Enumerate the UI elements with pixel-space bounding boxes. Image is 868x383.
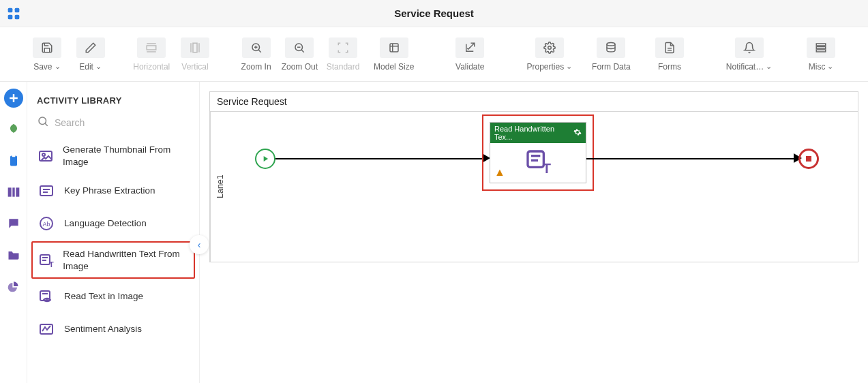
language-icon: Ab xyxy=(37,214,56,233)
svg-point-33 xyxy=(42,153,45,156)
collapse-sidebar-button[interactable]: ‹ xyxy=(190,235,209,254)
svg-text:T: T xyxy=(543,161,551,175)
lane-label[interactable]: Lane1 xyxy=(210,112,229,262)
sequence-flow[interactable] xyxy=(586,158,795,159)
sidebar-item-label: Generate Thumbnail From Image xyxy=(63,144,190,168)
form-data-label: Form Data xyxy=(592,62,631,72)
misc-button[interactable]: Misc⌄ xyxy=(801,33,841,76)
handwritten-text-icon: T xyxy=(38,251,55,270)
lane[interactable]: Read Handwritten Tex... T ▲ xyxy=(229,112,858,262)
toolbar: Save⌄ Edit⌄ Horizontal Vertical Zoom In … xyxy=(0,27,868,82)
sidebar-item-sentiment[interactable]: Sentiment Analysis xyxy=(27,313,199,346)
vertical-label: Vertical xyxy=(181,62,208,72)
chevron-down-icon: ⌄ xyxy=(55,62,61,71)
warning-icon: ▲ xyxy=(494,166,505,179)
svg-rect-4 xyxy=(147,46,156,50)
sidebar-item-read-text-image[interactable]: Read Text in Image xyxy=(27,280,199,313)
sidebar-items: Generate Thumbnail From Image Key Phrase… xyxy=(27,137,199,346)
sidebar-item-label: Key Phrase Extraction xyxy=(64,185,155,197)
horizontal-button[interactable]: Horizontal xyxy=(132,33,171,76)
horizontal-label: Horizontal xyxy=(133,62,170,72)
svg-text:Ab: Ab xyxy=(42,221,50,228)
process-title[interactable]: Service Request xyxy=(210,92,858,112)
bell-icon xyxy=(735,37,764,58)
add-button[interactable] xyxy=(4,89,23,108)
search-input[interactable] xyxy=(55,117,190,128)
page-title: Service Request xyxy=(27,7,841,19)
text-lines-icon xyxy=(37,181,56,200)
dashboard-icon[interactable] xyxy=(4,277,23,296)
zoom-out-label: Zoom Out xyxy=(282,62,318,72)
svg-rect-20 xyxy=(816,44,826,46)
zoom-in-icon xyxy=(242,37,271,58)
process-canvas[interactable]: Service Request Lane1 Read Handwritten T… xyxy=(200,82,868,383)
sentiment-icon xyxy=(37,320,56,339)
header: Service Request xyxy=(0,0,868,27)
clipboard-icon[interactable] xyxy=(4,151,23,170)
activity-header: Read Handwritten Tex... xyxy=(490,123,586,143)
vertical-button[interactable]: Vertical xyxy=(175,33,215,76)
ai-icon[interactable] xyxy=(4,120,23,139)
sequence-flow[interactable] xyxy=(275,158,483,159)
svg-line-11 xyxy=(258,50,261,52)
chevron-down-icon: ⌄ xyxy=(95,62,102,71)
edit-button[interactable]: Edit⌄ xyxy=(71,33,110,76)
layout-icon[interactable] xyxy=(4,183,23,202)
misc-label: Misc xyxy=(809,62,826,72)
svg-text:T: T xyxy=(49,260,54,269)
form-data-icon xyxy=(597,37,625,58)
app-switcher-icon[interactable] xyxy=(0,7,27,20)
zoom-out-button[interactable]: Zoom Out xyxy=(280,33,319,76)
svg-rect-21 xyxy=(816,46,826,48)
svg-rect-28 xyxy=(12,187,14,196)
notifications-button[interactable]: Notificat…⌄ xyxy=(719,33,780,76)
misc-icon xyxy=(807,37,835,58)
save-icon xyxy=(33,37,61,58)
svg-line-15 xyxy=(301,50,304,52)
svg-rect-27 xyxy=(8,187,11,196)
model-size-button[interactable]: Model Size xyxy=(367,33,421,76)
sidebar-item-generate-thumbnail[interactable]: Generate Thumbnail From Image xyxy=(27,137,199,174)
zoom-in-button[interactable]: Zoom In xyxy=(237,33,276,76)
activity-library-sidebar: ACTIVITY LIBRARY Generate Thumbnail From… xyxy=(27,82,200,383)
sidebar-item-key-phrase[interactable]: Key Phrase Extraction xyxy=(27,174,199,207)
stop-icon xyxy=(806,156,811,162)
search-icon xyxy=(37,115,49,130)
notifications-label: Notificat… xyxy=(726,62,764,72)
svg-rect-1 xyxy=(15,7,20,12)
gear-icon[interactable] xyxy=(573,128,582,138)
svg-point-19 xyxy=(607,42,615,46)
activity-body: T ▲ xyxy=(490,143,586,183)
svg-rect-2 xyxy=(8,14,13,19)
validate-button[interactable]: Validate xyxy=(443,33,497,76)
search-wrap xyxy=(27,112,199,137)
forms-icon xyxy=(655,37,684,58)
svg-rect-25 xyxy=(10,156,17,166)
forms-button[interactable]: Forms xyxy=(642,33,697,76)
chevron-down-icon: ⌄ xyxy=(827,62,833,71)
activity-read-handwritten[interactable]: Read Handwritten Tex... T ▲ xyxy=(482,114,594,191)
chevron-down-icon: ⌄ xyxy=(766,62,772,71)
end-event[interactable] xyxy=(798,149,819,169)
sidebar-item-language-detection[interactable]: Ab Language Detection xyxy=(27,207,199,240)
sidebar-title: ACTIVITY LIBRARY xyxy=(27,82,199,112)
chat-icon[interactable] xyxy=(4,214,23,233)
properties-label: Properties xyxy=(526,62,564,72)
svg-rect-34 xyxy=(40,186,53,196)
properties-button[interactable]: Properties⌄ xyxy=(519,33,580,76)
svg-point-30 xyxy=(39,117,46,125)
save-button[interactable]: Save⌄ xyxy=(27,33,67,76)
zoom-out-icon xyxy=(285,37,314,58)
svg-rect-26 xyxy=(12,155,15,157)
form-data-button[interactable]: Form Data xyxy=(584,33,639,76)
edit-label: Edit xyxy=(79,62,93,72)
svg-rect-22 xyxy=(816,50,826,52)
folder-icon[interactable] xyxy=(4,245,23,264)
svg-rect-3 xyxy=(15,14,20,19)
horizontal-icon xyxy=(137,37,166,58)
standard-button[interactable]: Standard xyxy=(323,33,363,76)
sidebar-item-read-handwritten[interactable]: T Read Handwritten Text From Image xyxy=(31,241,195,279)
start-event[interactable] xyxy=(255,149,275,169)
eye-text-icon xyxy=(37,287,56,306)
svg-rect-7 xyxy=(193,43,197,52)
